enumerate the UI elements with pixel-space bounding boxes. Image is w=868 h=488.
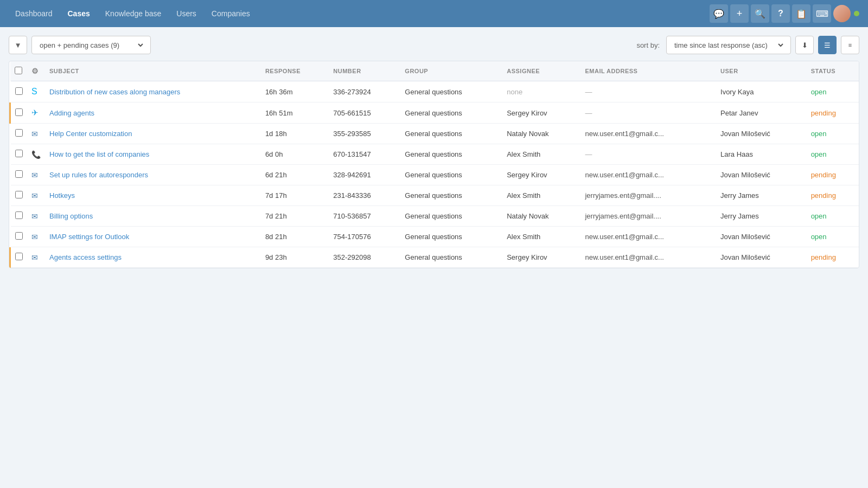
help-icon: ? (778, 9, 783, 18)
case-subject-link[interactable]: Hotkeys (49, 191, 75, 200)
sort-label: sort by: (636, 41, 660, 49)
status-badge: open (811, 233, 827, 241)
case-subject-link[interactable]: Set up rules for autoresponders (49, 171, 148, 179)
row-icon-cell: ✉ (27, 165, 45, 185)
row-status-cell: pending (807, 102, 859, 124)
reports-icon-button[interactable]: 📋 (792, 4, 810, 23)
sort-dropdown[interactable]: time since last response (asc) time sinc… (666, 36, 791, 54)
gear-header[interactable]: ⚙ (27, 61, 45, 81)
row-checkbox-cell[interactable] (10, 206, 28, 227)
row-checkbox-cell[interactable] (10, 165, 28, 185)
row-checkbox[interactable] (15, 232, 23, 240)
case-subject-link[interactable]: Agents access settings (49, 253, 122, 261)
row-number-cell: 705-661515 (329, 102, 400, 124)
row-checkbox-cell[interactable] (10, 102, 28, 124)
keyboard-icon-button[interactable]: ⌨ (813, 4, 831, 23)
case-subject-link[interactable]: IMAP settings for Outlook (49, 233, 129, 241)
row-checkbox-cell[interactable] (10, 247, 28, 268)
case-subject-link[interactable]: How to get the list of companies (49, 150, 149, 158)
row-checkbox[interactable] (15, 129, 23, 137)
row-number-cell: 355-293585 (329, 124, 400, 144)
row-icon-cell: ✈ (27, 102, 45, 124)
chat-icon-button[interactable]: 💬 (710, 4, 728, 23)
row-response-cell: 16h 36m (261, 81, 329, 102)
row-group-cell: General questions (400, 247, 502, 268)
row-checkbox[interactable] (15, 150, 23, 157)
nav-knowledge-base[interactable]: Knowledge base (99, 6, 168, 21)
filter-dropdown[interactable]: open + pending cases (9) open cases pend… (31, 36, 151, 54)
row-checkbox-cell[interactable] (10, 227, 28, 247)
row-checkbox[interactable] (15, 253, 23, 260)
filter-icon-button[interactable]: ▼ (9, 36, 27, 54)
row-checkbox[interactable] (15, 170, 23, 178)
search-icon-button[interactable]: 🔍 (751, 4, 769, 23)
number-header: NUMBER (329, 61, 400, 81)
compact-view-button[interactable]: ≡ (841, 36, 859, 54)
row-email-cell: new.user.ent1@gmail.c... (580, 227, 716, 247)
cases-table: ⚙ SUBJECT RESPONSE NUMBER GROUP ASSIGNEE… (9, 61, 859, 268)
select-all-checkbox[interactable] (15, 67, 22, 74)
row-checkbox-cell[interactable] (10, 144, 28, 165)
help-icon-button[interactable]: ? (771, 4, 790, 23)
sort-select[interactable]: time since last response (asc) time sinc… (672, 41, 785, 50)
email-header: EMAIL ADDRESS (580, 61, 716, 81)
row-subject-cell: Set up rules for autoresponders (45, 165, 261, 185)
case-subject-link[interactable]: Adding agents (49, 109, 94, 117)
row-group-cell: General questions (400, 144, 502, 165)
case-subject-link[interactable]: Help Center customization (49, 130, 132, 138)
subject-header: SUBJECT (45, 61, 261, 81)
status-badge: pending (811, 171, 836, 179)
email-icon: ✉ (31, 233, 38, 241)
row-checkbox-cell[interactable] (10, 185, 28, 206)
main-content: ▼ open + pending cases (9) open cases pe… (0, 27, 868, 488)
row-assignee-cell: Alex Smith (502, 185, 580, 206)
list-view-icon: ☰ (824, 41, 831, 49)
nav-icon-group: 💬 + 🔍 ? 📋 ⌨ (710, 4, 859, 23)
table-header-row: ⚙ SUBJECT RESPONSE NUMBER GROUP ASSIGNEE… (10, 61, 859, 81)
nav-dashboard[interactable]: Dashboard (9, 6, 59, 21)
nav-users[interactable]: Users (170, 6, 203, 21)
row-checkbox[interactable] (15, 108, 23, 116)
row-checkbox[interactable] (15, 211, 23, 219)
telegram-icon: ✈ (31, 108, 39, 117)
user-avatar-button[interactable] (833, 5, 859, 22)
row-assignee-cell: Nataly Novak (502, 206, 580, 227)
row-number-cell: 328-942691 (329, 165, 400, 185)
add-icon-button[interactable]: + (730, 4, 749, 23)
user-header: USER (716, 61, 807, 81)
row-response-cell: 9d 23h (261, 247, 329, 268)
row-checkbox[interactable] (15, 87, 23, 95)
row-response-cell: 6d 0h (261, 144, 329, 165)
nav-companies[interactable]: Companies (205, 6, 257, 21)
row-icon-cell: 📞 (27, 144, 45, 165)
row-checkbox[interactable] (15, 191, 23, 198)
nav-cases[interactable]: Cases (61, 6, 97, 21)
row-email-cell: new.user.ent1@gmail.c... (580, 165, 716, 185)
case-subject-link[interactable]: Distribution of new cases along managers (49, 88, 180, 96)
list-view-button[interactable]: ☰ (818, 36, 837, 54)
row-response-cell: 1d 18h (261, 124, 329, 144)
case-subject-link[interactable]: Billing options (49, 212, 93, 220)
row-status-cell: open (807, 227, 859, 247)
filter-select[interactable]: open + pending cases (9) open cases pend… (37, 41, 145, 50)
filter-icon: ▼ (14, 41, 21, 49)
group-header: GROUP (400, 61, 502, 81)
email-icon: ✉ (31, 130, 38, 138)
row-response-cell: 6d 21h (261, 165, 329, 185)
row-icon-cell: ✉ (27, 247, 45, 268)
row-response-cell: 7d 17h (261, 185, 329, 206)
email-icon: ✉ (31, 171, 38, 179)
row-status-cell: open (807, 206, 859, 227)
gear-icon[interactable]: ⚙ (31, 67, 39, 75)
status-badge: open (811, 212, 827, 220)
select-all-header[interactable] (10, 61, 28, 81)
row-checkbox-cell[interactable] (10, 124, 28, 144)
status-badge: pending (811, 253, 836, 261)
row-group-cell: General questions (400, 102, 502, 124)
status-badge: open (811, 150, 827, 158)
row-status-cell: open (807, 144, 859, 165)
download-button[interactable]: ⬇ (795, 36, 814, 54)
row-subject-cell: Hotkeys (45, 185, 261, 206)
row-icon-cell: ✉ (27, 124, 45, 144)
row-checkbox-cell[interactable] (10, 81, 28, 102)
